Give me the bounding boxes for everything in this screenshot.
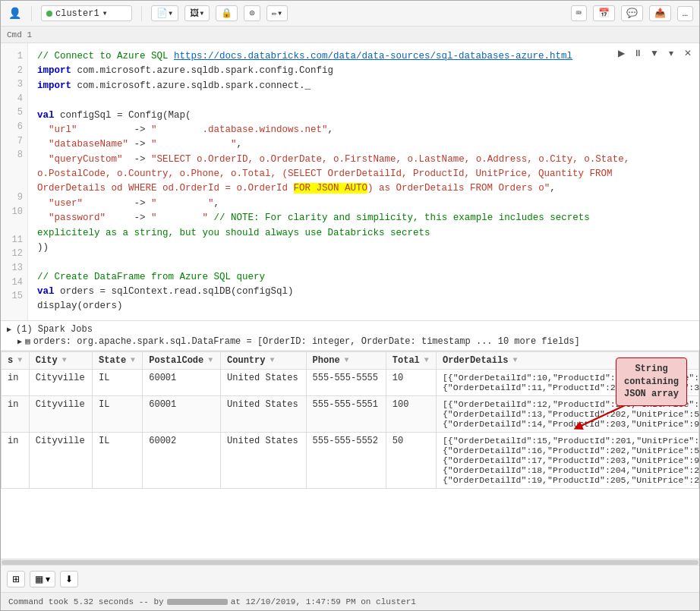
keyboard-btn[interactable]: ⌨ [571, 5, 587, 21]
status-bar: Command took 5.32 seconds -- by at 12/10… [1, 592, 699, 610]
chart-view-button[interactable]: ▦ ▾ [30, 571, 55, 587]
cell-phone: 555-555-5555 [306, 369, 386, 395]
th-city[interactable]: City▼ [29, 351, 92, 369]
main-area: ▶ ⏸ ▼ ▾ ✕ 1 2 3 4 5 6 7 8 9 [1, 43, 699, 610]
cell-state: IL [93, 395, 143, 432]
close-button[interactable]: ✕ [681, 46, 695, 60]
horizontal-scrollbar[interactable] [1, 559, 699, 565]
cell-city: Cityville [29, 395, 92, 432]
spark-jobs-label: (1) Spark Jobs [16, 324, 93, 335]
cell-state: IL [93, 432, 143, 488]
table-row: inCityvilleIL60001United States555-555-5… [2, 369, 699, 395]
cell-orderdetails: [{"OrderDetailId":15,"ProductId":201,"Un… [436, 432, 698, 488]
status-user-redacted [167, 599, 228, 605]
cell-total: 50 [386, 432, 436, 488]
pause-button[interactable]: ⏸ [631, 46, 645, 60]
orders-label: orders: org.apache.spark.sql.DataFrame =… [33, 336, 580, 347]
cell-suffix: in [2, 395, 30, 432]
sep-1 [31, 6, 32, 21]
expand-button[interactable]: ▼ [648, 46, 661, 60]
grid-view-button[interactable]: ⊞ [7, 571, 25, 587]
download-icon: ⬇ [65, 574, 73, 584]
th-state[interactable]: State▼ [93, 351, 143, 369]
sep-2 [141, 6, 142, 21]
svg-line-0 [578, 406, 623, 427]
th-postalcode[interactable]: PostalCode▼ [143, 351, 221, 369]
th-suffix[interactable]: s▼ [2, 351, 30, 369]
th-country[interactable]: Country▼ [221, 351, 307, 369]
cell-country: United States [221, 369, 307, 395]
cluster-selector[interactable]: cluster1 ▾ [41, 5, 132, 21]
orders-collapse-icon: ▶ [17, 337, 22, 346]
table-header: s▼ City▼ State▼ PostalCode▼ Country▼ Pho… [2, 351, 699, 369]
file-btn[interactable]: 📄▾ [151, 5, 178, 21]
chart-dropdown-icon: ▾ [46, 574, 50, 584]
chart-icon: ▦ [35, 574, 43, 584]
spark-jobs-row[interactable]: ▶ (1) Spark Jobs [7, 324, 693, 335]
cell-country: United States [221, 395, 307, 432]
th-phone[interactable]: Phone▼ [306, 351, 386, 369]
status-prefix: Command took 5.32 seconds -- by [8, 597, 164, 606]
orders-row: ▶ ▦ orders: org.apache.spark.sql.DataFra… [7, 336, 693, 347]
cell-suffix: in [2, 369, 30, 395]
th-total[interactable]: Total▼ [386, 351, 436, 369]
pencil-btn[interactable]: ✏▾ [266, 5, 288, 21]
bottom-toolbar: ⊞ ▦ ▾ ⬇ [1, 565, 699, 592]
cluster-chevron: ▾ [102, 8, 108, 19]
data-table-wrapper[interactable]: StringcontainingJSON array s▼ [1, 351, 699, 559]
toolbar: 👤 cluster1 ▾ 📄▾ 🖼▾ 🔒 ⊙ ✏▾ ⌨ 📅 💬 📤 … [1, 1, 699, 27]
calendar-btn[interactable]: 📅 [593, 5, 615, 21]
cell-city: Cityville [29, 369, 92, 395]
person-icon: 👤 [7, 6, 22, 21]
lock-btn[interactable]: 🔒 [216, 5, 238, 21]
cell-postalcode: 60002 [143, 432, 221, 488]
cell-phone: 555-555-5552 [306, 432, 386, 488]
cell-phone: 555-555-5551 [306, 395, 386, 432]
run-button[interactable]: ▶ [614, 46, 628, 60]
cell-city: Cityville [29, 432, 92, 488]
download-button[interactable]: ⬇ [60, 571, 78, 587]
main-window: 👤 cluster1 ▾ 📄▾ 🖼▾ 🔒 ⊙ ✏▾ ⌨ 📅 💬 📤 … Cmd … [0, 0, 700, 611]
grid-icon: ⊞ [12, 574, 20, 584]
code-content[interactable]: // Connect to Azure SQL https://docs.dat… [28, 43, 699, 320]
cell-total: 10 [386, 369, 436, 395]
line-numbers: 1 2 3 4 5 6 7 8 9 10 11 12 13 14 [1, 43, 28, 320]
cluster-name: cluster1 [55, 8, 99, 19]
menu-button[interactable]: ▾ [664, 46, 678, 60]
target-btn[interactable]: ⊙ [244, 5, 260, 21]
share-btn[interactable]: 📤 [649, 5, 671, 21]
callout-box: StringcontainingJSON array [616, 357, 687, 406]
code-cell: 1 2 3 4 5 6 7 8 9 10 11 12 13 14 [1, 43, 699, 320]
cmd-label: Cmd 1 [7, 30, 32, 39]
collapse-icon: ▶ [7, 325, 11, 334]
more-btn[interactable]: … [677, 6, 693, 21]
image-btn[interactable]: 🖼▾ [184, 5, 210, 21]
code-area: ▶ ⏸ ▼ ▾ ✕ 1 2 3 4 5 6 7 8 9 [1, 43, 699, 321]
cell-postalcode: 60001 [143, 395, 221, 432]
table-row: inCityvilleIL60002United States555-555-5… [2, 432, 699, 488]
cell-state: IL [93, 369, 143, 395]
scroll-thumb [2, 560, 698, 565]
spark-jobs-section: ▶ (1) Spark Jobs ▶ ▦ orders: org.apache.… [1, 321, 699, 351]
table-icon: ▦ [25, 336, 30, 346]
callout-container: StringcontainingJSON array [616, 357, 687, 406]
cluster-status-dot [46, 11, 52, 17]
data-section: StringcontainingJSON array s▼ [1, 351, 699, 565]
chat-btn[interactable]: 💬 [621, 5, 643, 21]
cell-country: United States [221, 432, 307, 488]
cell-suffix: in [2, 432, 30, 488]
status-suffix: at 12/10/2019, 1:47:59 PM on cluster1 [231, 597, 416, 606]
cell-postalcode: 60001 [143, 369, 221, 395]
cell-total: 100 [386, 395, 436, 432]
cmd-bar: Cmd 1 [1, 27, 699, 43]
callout-arrow [578, 406, 623, 429]
